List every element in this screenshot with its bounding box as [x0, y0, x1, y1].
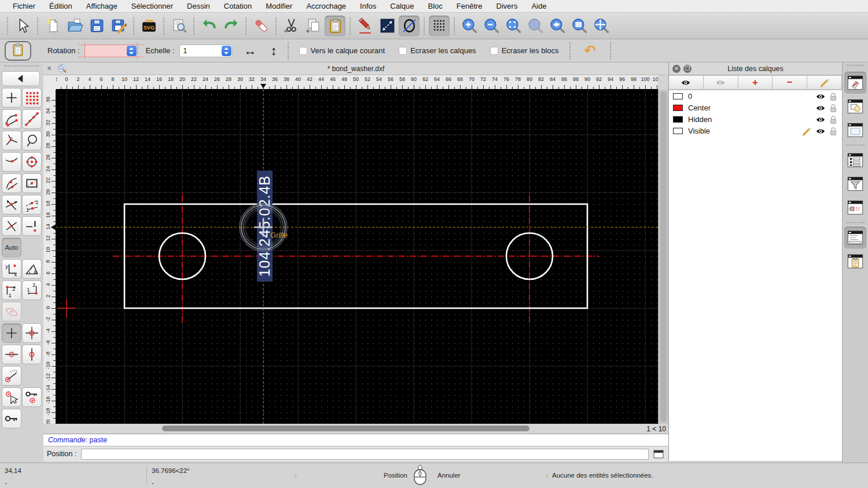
paste-button[interactable] — [325, 16, 345, 36]
copy-button[interactable] — [303, 16, 323, 36]
toggle-visibility-others-button[interactable] — [704, 75, 738, 90]
menu-infos[interactable]: Infos — [353, 0, 383, 12]
angle-gauge-button[interactable] — [2, 366, 21, 386]
menu-modifier[interactable]: Modifier — [259, 0, 299, 12]
snap-perpendicular-button[interactable] — [2, 131, 21, 150]
restrict-off-button[interactable] — [2, 302, 21, 321]
eraser-button[interactable] — [251, 16, 271, 36]
snap-reference-button[interactable] — [22, 173, 42, 193]
redo-button[interactable] — [220, 16, 241, 36]
zoom-auto-button[interactable] — [503, 16, 524, 36]
doc-open-button[interactable] — [64, 16, 85, 36]
dock-pen-settings-button[interactable] — [844, 197, 866, 219]
doc-new-button[interactable] — [42, 16, 63, 36]
restrict-vertical-button[interactable] — [22, 345, 42, 364]
snap-free-button[interactable] — [2, 88, 21, 108]
set-relative-zero-button[interactable] — [22, 323, 42, 343]
toggle-visibility-button[interactable] — [669, 75, 704, 90]
menu-affichage[interactable]: Affichage — [79, 0, 124, 12]
restrict-horizontal-button[interactable] — [2, 345, 21, 364]
export-svg-button[interactable]: SVG — [138, 16, 159, 36]
vertical-scrollbar-thumb[interactable] — [660, 91, 667, 422]
snap-nearest-button[interactable] — [2, 152, 21, 172]
dock-filter-button[interactable] — [844, 173, 866, 195]
flip-vertical-icon[interactable]: ↕ — [271, 43, 277, 58]
flip-horizontal-icon[interactable]: ↔ — [244, 43, 257, 58]
menu-fenetre[interactable]: Fenêtre — [450, 0, 490, 12]
zoom-selection-button[interactable] — [525, 16, 546, 36]
menu-dessin[interactable]: Dessin — [180, 0, 217, 12]
detach-command-window-button[interactable] — [652, 449, 665, 459]
drawing-canvas[interactable]: 104.245.02.4BGrille — [56, 90, 658, 424]
horizontal-scrollbar[interactable]: 1 < 10 — [43, 424, 668, 434]
ellipse-tool-button[interactable] — [399, 16, 420, 36]
option-checkbox-1[interactable]: Ecraser les calques — [399, 46, 476, 55]
restrict-ortho-2-button[interactable]: 12 — [22, 280, 42, 300]
coord-cartesian-button[interactable]: yx — [2, 259, 21, 279]
line-tool-button[interactable] — [377, 16, 398, 36]
command-input[interactable] — [81, 449, 649, 460]
layer-row-hidden[interactable]: Hidden — [669, 113, 842, 125]
checkbox-icon[interactable] — [399, 47, 407, 55]
layer-row-0[interactable]: 0 — [669, 90, 842, 102]
snap-endpoints-button[interactable] — [2, 109, 21, 129]
print-preview-button[interactable] — [168, 16, 189, 36]
dock-clipboard-button[interactable] — [844, 250, 866, 272]
menu-calque[interactable]: Calque — [383, 0, 421, 12]
snap-circle-button[interactable] — [22, 131, 42, 150]
menu-selectionner[interactable]: Sélectionner — [124, 0, 180, 12]
toolbar-drag-handle[interactable] — [4, 65, 39, 69]
restrict-ortho-1-button[interactable]: 12 — [2, 280, 21, 300]
layer-visibility-eye-icon[interactable] — [815, 126, 826, 139]
snap-middle-button[interactable] — [2, 173, 21, 193]
dock-drag-handle[interactable] — [847, 65, 863, 68]
horizontal-scrollbar-thumb[interactable] — [162, 426, 529, 431]
option-checkbox-2[interactable]: Ecraser les blocs — [490, 46, 559, 55]
snap-center-button[interactable] — [22, 152, 42, 172]
dock-command-options-button[interactable] — [844, 149, 866, 171]
menu-fichier[interactable]: Fichier — [6, 0, 42, 12]
zoom-pan-button[interactable] — [591, 16, 612, 36]
zoom-out-button[interactable] — [481, 16, 502, 36]
lock-key-button[interactable] — [2, 409, 21, 428]
remove-layer-button[interactable]: − — [773, 75, 807, 90]
undo-arrow-icon[interactable]: ↶ — [584, 42, 596, 59]
menu-bloc[interactable]: Bloc — [421, 0, 449, 12]
layer-row-visible[interactable]: Visible — [669, 125, 842, 136]
doc-save-button[interactable] — [86, 16, 107, 36]
paste-mode-toggle[interactable] — [5, 41, 31, 61]
lock-relative-zero-button[interactable] — [22, 387, 42, 407]
snap-intersection-button[interactable] — [2, 216, 21, 236]
snap-grid-button[interactable] — [22, 88, 42, 108]
layer-lock-icon[interactable] — [828, 126, 838, 139]
undo-button[interactable] — [198, 16, 219, 36]
checkbox-icon[interactable] — [490, 47, 498, 55]
scale-input[interactable]: 1 — [179, 45, 233, 57]
dock-block-list-button[interactable] — [844, 95, 866, 117]
edit-layer-button[interactable] — [807, 75, 842, 90]
vertical-scrollbar[interactable] — [658, 90, 668, 424]
menu-aide[interactable]: Aide — [524, 0, 553, 12]
zoom-window-button[interactable] — [569, 16, 590, 36]
scale-stepper[interactable] — [222, 46, 231, 56]
dock-library-browser-button[interactable] — [844, 119, 866, 141]
dock-command-line-button[interactable] — [844, 227, 866, 249]
zoom-in-button[interactable] — [459, 16, 480, 36]
doc-save-as-button[interactable] — [108, 16, 129, 36]
snap-entity-button[interactable] — [22, 109, 42, 129]
layer-row-center[interactable]: Center — [669, 102, 842, 113]
zoom-previous-button[interactable] — [547, 16, 568, 36]
snap-intersection-manual-button[interactable]: 12 — [22, 195, 42, 215]
menu-edition[interactable]: Édition — [42, 0, 79, 12]
menu-accrochage[interactable]: Accrochage — [299, 0, 353, 12]
cursor-button[interactable] — [12, 16, 33, 36]
snap-nothing-button[interactable] — [22, 216, 42, 236]
dock-layer-list-button[interactable] — [844, 72, 866, 94]
rotation-stepper[interactable] — [127, 46, 137, 56]
auto-button[interactable]: Auto — [2, 238, 21, 257]
restrict-nothing-button[interactable] — [2, 323, 21, 343]
cut-button[interactable] — [281, 16, 301, 36]
checkbox-icon[interactable] — [299, 47, 307, 55]
add-layer-button[interactable]: + — [738, 75, 773, 90]
menu-cotation[interactable]: Cotation — [217, 0, 259, 12]
